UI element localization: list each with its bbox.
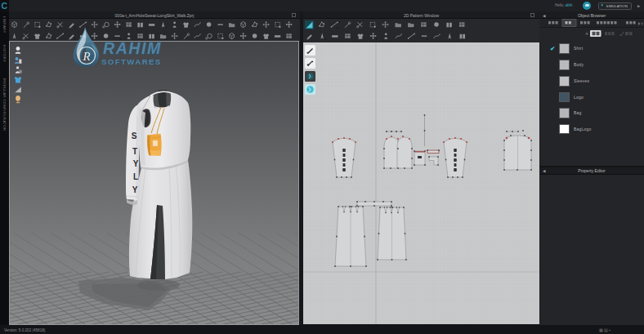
svg-text:SOFTWARES: SOFTWARES	[101, 57, 162, 66]
svg-text:+: +	[585, 31, 588, 37]
svg-text:RAHIM: RAHIM	[103, 39, 162, 57]
svg-text:R: R	[82, 50, 90, 63]
